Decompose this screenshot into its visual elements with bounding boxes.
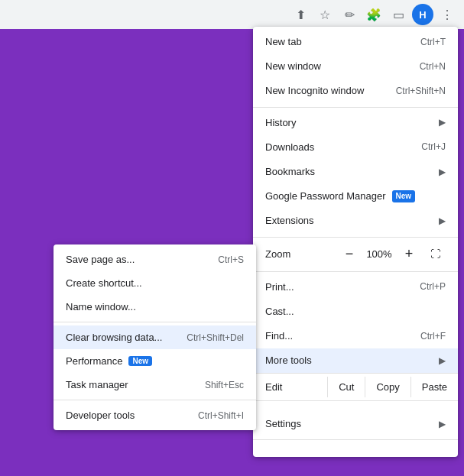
sub-menu-item-save-page[interactable]: Save page as... Ctrl+S	[54, 248, 256, 271]
fullscreen-button[interactable]: ⛶	[424, 244, 446, 265]
main-context-menu: New tab Ctrl+T New window Ctrl+N New Inc…	[253, 27, 458, 457]
edit-row: Edit Cut Copy Paste	[253, 373, 458, 401]
sub-menu-name-window-label: Name window...	[66, 301, 136, 312]
menu-item-exit[interactable]	[253, 443, 458, 454]
menu-item-new-window-shortcut: Ctrl+N	[420, 60, 446, 73]
performance-label-group: Performance New	[66, 355, 152, 367]
sub-menu-item-name-window[interactable]: Name window...	[54, 295, 256, 319]
menu-item-cast[interactable]: Cast...	[253, 300, 458, 324]
edit-label: Edit	[253, 375, 327, 399]
extensions-arrow-icon: ▶	[439, 215, 446, 228]
cut-button[interactable]: Cut	[327, 377, 365, 397]
menu-item-settings[interactable]	[253, 401, 458, 412]
sub-menu-item-clear-browsing[interactable]: Clear browsing data... Ctrl+Shift+Del	[54, 325, 256, 349]
sub-menu-developer-tools-label: Developer tools	[66, 410, 135, 421]
sub-menu-item-performance[interactable]: Performance New	[54, 349, 256, 373]
menu-item-password-manager[interactable]: Google Password Manager New	[253, 184, 458, 209]
menu-item-print-shortcut: Ctrl+P	[420, 280, 446, 293]
sub-menu-item-task-manager[interactable]: Task manager Shift+Esc	[54, 373, 256, 397]
more-tools-arrow-icon: ▶	[439, 355, 446, 368]
menu-item-extensions-label: Extensions	[265, 214, 314, 228]
menu-item-cast-label: Cast...	[265, 305, 294, 319]
menu-item-new-tab-shortcut: Ctrl+T	[420, 36, 446, 49]
avatar[interactable]: H	[412, 4, 433, 25]
menu-item-new-incognito-label: New Incognito window	[265, 84, 364, 98]
zoom-label: Zoom	[265, 248, 339, 260]
performance-badge: New	[128, 356, 152, 366]
menu-item-downloads-shortcut: Ctrl+J	[421, 141, 446, 154]
menu-divider-2	[253, 237, 458, 238]
paste-button[interactable]: Paste	[410, 377, 458, 397]
more-tools-submenu: Save page as... Ctrl+S Create shortcut..…	[54, 244, 256, 430]
menu-icon[interactable]: ⋮	[436, 4, 458, 25]
menu-divider-4	[253, 439, 458, 440]
menu-item-print-label: Print...	[265, 280, 294, 294]
zoom-out-button[interactable]: −	[339, 244, 360, 265]
menu-item-find-shortcut: Ctrl+F	[420, 330, 446, 343]
menu-item-downloads-label: Downloads	[265, 141, 314, 154]
menu-item-bookmarks-label: Bookmarks	[265, 165, 315, 179]
menu-item-more-tools-label: More tools	[265, 354, 312, 368]
menu-item-new-incognito[interactable]: New Incognito window Ctrl+Shift+N	[253, 79, 458, 103]
menu-item-password-manager-label: Google Password Manager	[265, 189, 386, 203]
pen-icon[interactable]: ✏	[339, 4, 360, 25]
extensions-icon[interactable]: 🧩	[363, 4, 385, 25]
sub-menu-performance-label: Performance	[66, 355, 122, 367]
star-icon[interactable]: ☆	[314, 4, 336, 25]
menu-divider-1	[253, 107, 458, 108]
sub-menu-save-page-shortcut: Ctrl+S	[218, 254, 244, 265]
menu-item-new-window[interactable]: New window Ctrl+N	[253, 54, 458, 79]
bookmarks-arrow-icon: ▶	[439, 166, 446, 179]
menu-item-help[interactable]: Settings ▶	[253, 412, 458, 436]
sub-menu-item-create-shortcut[interactable]: Create shortcut...	[54, 271, 256, 295]
menu-item-history-label: History	[265, 116, 296, 130]
sub-menu-divider-1	[54, 322, 256, 322]
menu-item-new-tab[interactable]: New tab Ctrl+T	[253, 30, 458, 54]
menu-item-extensions[interactable]: Extensions ▶	[253, 209, 458, 233]
zoom-controls: − 100% + ⛶	[339, 244, 446, 265]
browser-toolbar: ⬆ ☆ ✏ 🧩 ▭ H ⋮	[0, 0, 464, 29]
menu-item-help-label: Settings	[265, 417, 301, 431]
menu-item-new-incognito-shortcut: Ctrl+Shift+N	[396, 85, 446, 98]
menu-item-history[interactable]: History ▶	[253, 111, 458, 135]
menu-item-find-label: Find...	[265, 329, 293, 343]
menu-item-downloads[interactable]: Downloads Ctrl+J	[253, 135, 458, 160]
menu-divider-3	[253, 271, 458, 272]
zoom-in-button[interactable]: +	[398, 244, 420, 265]
edit-actions: Cut Copy Paste	[327, 377, 458, 397]
menu-item-find[interactable]: Find... Ctrl+F	[253, 324, 458, 348]
password-manager-badge: New	[392, 190, 416, 202]
zoom-value: 100%	[365, 248, 394, 260]
sidebar-icon[interactable]: ▭	[388, 4, 409, 25]
help-arrow-icon: ▶	[439, 418, 446, 431]
sub-menu-item-developer-tools[interactable]: Developer tools Ctrl+Shift+I	[54, 403, 256, 427]
sub-menu-developer-tools-shortcut: Ctrl+Shift+I	[198, 410, 244, 421]
menu-item-new-tab-label: New tab	[265, 35, 302, 49]
sub-menu-task-manager-label: Task manager	[66, 379, 128, 390]
sub-menu-divider-2	[54, 400, 256, 400]
sub-menu-save-page-label: Save page as...	[66, 254, 135, 265]
zoom-row: Zoom − 100% + ⛶	[253, 241, 458, 268]
share-icon[interactable]: ⬆	[290, 4, 311, 25]
sub-menu-create-shortcut-label: Create shortcut...	[66, 277, 142, 289]
sub-menu-clear-browsing-label: Clear browsing data...	[66, 332, 162, 343]
copy-button[interactable]: Copy	[365, 377, 410, 397]
password-manager-left: Google Password Manager New	[265, 189, 415, 203]
history-arrow-icon: ▶	[439, 116, 446, 129]
menu-item-new-window-label: New window	[265, 60, 321, 73]
menu-item-bookmarks[interactable]: Bookmarks ▶	[253, 160, 458, 184]
menu-item-print[interactable]: Print... Ctrl+P	[253, 275, 458, 300]
sub-menu-task-manager-shortcut: Shift+Esc	[205, 380, 244, 390]
sub-menu-clear-browsing-shortcut: Ctrl+Shift+Del	[187, 332, 244, 343]
menu-item-more-tools[interactable]: More tools ▶	[253, 348, 458, 373]
